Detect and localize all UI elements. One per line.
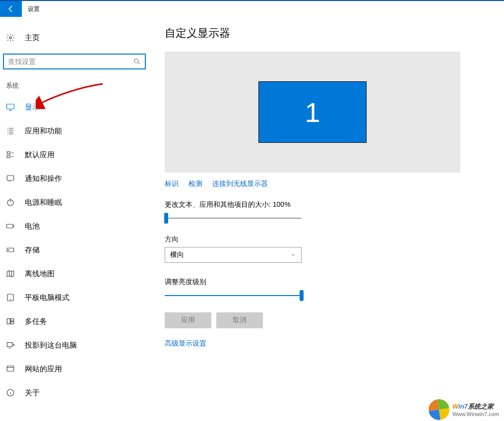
orientation-label: 方向 bbox=[165, 235, 472, 244]
sidebar-item-label: 默认应用 bbox=[25, 150, 55, 160]
svg-rect-2 bbox=[7, 104, 14, 109]
sidebar-item-power[interactable]: 电源和睡眠 bbox=[0, 190, 149, 214]
sidebar-item-maps[interactable]: 离线地图 bbox=[0, 262, 149, 286]
storage-icon bbox=[6, 245, 18, 254]
sidebar-item-label: 多任务 bbox=[25, 317, 47, 326]
sidebar-item-label: 网站的应用 bbox=[25, 364, 62, 374]
tablet-icon bbox=[6, 293, 18, 302]
svg-rect-3 bbox=[7, 152, 10, 154]
monitor-icon bbox=[6, 103, 18, 112]
sidebar-item-label: 显示 bbox=[25, 103, 40, 112]
svg-rect-5 bbox=[7, 176, 14, 180]
svg-rect-12 bbox=[11, 319, 14, 321]
sidebar-item-label: 存储 bbox=[25, 245, 40, 255]
sidebar-item-tablet[interactable]: 平板电脑模式 bbox=[0, 286, 149, 309]
project-icon bbox=[6, 341, 18, 350]
power-icon bbox=[6, 198, 18, 207]
sidebar-item-about[interactable]: 关于 bbox=[0, 381, 149, 405]
gear-icon bbox=[6, 33, 18, 42]
display-links: 标识 检测 连接到无线显示器 bbox=[165, 180, 472, 188]
sidebar-item-label: 关于 bbox=[25, 388, 40, 398]
sidebar-item-default-apps[interactable]: 默认应用 bbox=[0, 143, 149, 167]
slider-thumb[interactable] bbox=[300, 290, 304, 301]
sidebar-item-label: 电池 bbox=[25, 222, 40, 231]
chat-icon bbox=[6, 174, 18, 183]
watermark-text: Win7系统之家 Www.Winwin7.com bbox=[452, 402, 499, 417]
svg-rect-14 bbox=[7, 343, 12, 347]
svg-point-1 bbox=[134, 59, 138, 63]
identify-link[interactable]: 标识 bbox=[165, 180, 179, 188]
search-input[interactable] bbox=[8, 58, 133, 65]
sidebar-item-project[interactable]: 投影到这台电脑 bbox=[0, 333, 149, 357]
sidebar-item-storage[interactable]: 存储 bbox=[0, 238, 149, 262]
title-bar: 设置 bbox=[0, 1, 504, 17]
web-icon bbox=[6, 364, 18, 373]
page-title: 自定义显示器 bbox=[165, 26, 472, 41]
info-icon bbox=[6, 388, 18, 397]
list-icon bbox=[6, 126, 18, 135]
multitask-icon bbox=[6, 317, 18, 326]
cancel-button[interactable]: 取消 bbox=[216, 312, 263, 328]
orientation-dropdown[interactable]: 横向 bbox=[165, 247, 302, 263]
sidebar-item-label: 投影到这台电脑 bbox=[25, 341, 77, 350]
svg-point-0 bbox=[9, 37, 12, 39]
svg-rect-7 bbox=[7, 224, 13, 228]
svg-rect-4 bbox=[7, 156, 10, 158]
action-buttons: 应用 取消 bbox=[165, 312, 472, 328]
defaults-icon bbox=[6, 150, 18, 159]
sidebar-item-label: 应用和功能 bbox=[25, 126, 62, 136]
svg-rect-13 bbox=[11, 322, 14, 324]
svg-rect-15 bbox=[7, 366, 14, 371]
svg-point-9 bbox=[8, 249, 9, 250]
scale-slider[interactable] bbox=[165, 212, 302, 224]
watermark-logo-icon bbox=[427, 398, 450, 421]
sidebar-home[interactable]: 主页 bbox=[0, 27, 149, 49]
sidebar-item-notifications[interactable]: 通知和操作 bbox=[0, 167, 149, 190]
back-button[interactable] bbox=[0, 1, 22, 17]
wireless-link[interactable]: 连接到无线显示器 bbox=[212, 180, 268, 188]
display-preview-area[interactable]: 1 bbox=[165, 52, 460, 173]
main-content: 自定义显示器 1 标识 检测 连接到无线显示器 更改文本、应用和其他项目的大小:… bbox=[165, 26, 472, 348]
sidebar-item-webapps[interactable]: 网站的应用 bbox=[0, 357, 149, 381]
svg-rect-11 bbox=[7, 319, 10, 324]
sidebar-item-label: 电源和睡眠 bbox=[25, 198, 62, 207]
brightness-slider[interactable] bbox=[165, 290, 302, 301]
chevron-down-icon bbox=[290, 252, 296, 258]
orientation-value: 横向 bbox=[170, 250, 184, 259]
slider-thumb[interactable] bbox=[164, 213, 168, 224]
battery-icon bbox=[6, 222, 18, 231]
sidebar-item-label: 离线地图 bbox=[25, 269, 55, 279]
brightness-label: 调整亮度级别 bbox=[165, 278, 472, 287]
watermark: Win7系统之家 Www.Winwin7.com bbox=[429, 399, 499, 420]
sidebar-item-multitask[interactable]: 多任务 bbox=[0, 309, 149, 333]
search-icon bbox=[133, 58, 141, 65]
search-input-container[interactable] bbox=[3, 54, 146, 69]
window-title: 设置 bbox=[22, 5, 40, 13]
slider-fill bbox=[165, 295, 302, 296]
sidebar-item-battery[interactable]: 电池 bbox=[0, 214, 149, 238]
monitor-tile-1[interactable]: 1 bbox=[258, 81, 367, 143]
map-icon bbox=[6, 269, 18, 278]
slider-track bbox=[165, 218, 302, 219]
sidebar-section-label: 系统 bbox=[0, 78, 149, 95]
monitor-number: 1 bbox=[305, 96, 320, 128]
sidebar-item-apps[interactable]: 应用和功能 bbox=[0, 119, 149, 143]
advanced-display-link[interactable]: 高级显示设置 bbox=[165, 339, 472, 348]
sidebar-item-label: 通知和操作 bbox=[25, 174, 62, 183]
apply-button[interactable]: 应用 bbox=[165, 312, 211, 328]
sidebar-home-label: 主页 bbox=[25, 33, 40, 43]
scale-label: 更改文本、应用和其他项目的大小: 100% bbox=[165, 200, 472, 209]
sidebar-item-display[interactable]: 显示 bbox=[0, 95, 149, 119]
back-arrow-icon bbox=[6, 4, 15, 13]
detect-link[interactable]: 检测 bbox=[189, 180, 202, 188]
sidebar-item-label: 平板电脑模式 bbox=[25, 293, 69, 302]
sidebar: 主页 系统 显示 应用和功能 默认应用 通知和操作 bbox=[0, 17, 149, 405]
